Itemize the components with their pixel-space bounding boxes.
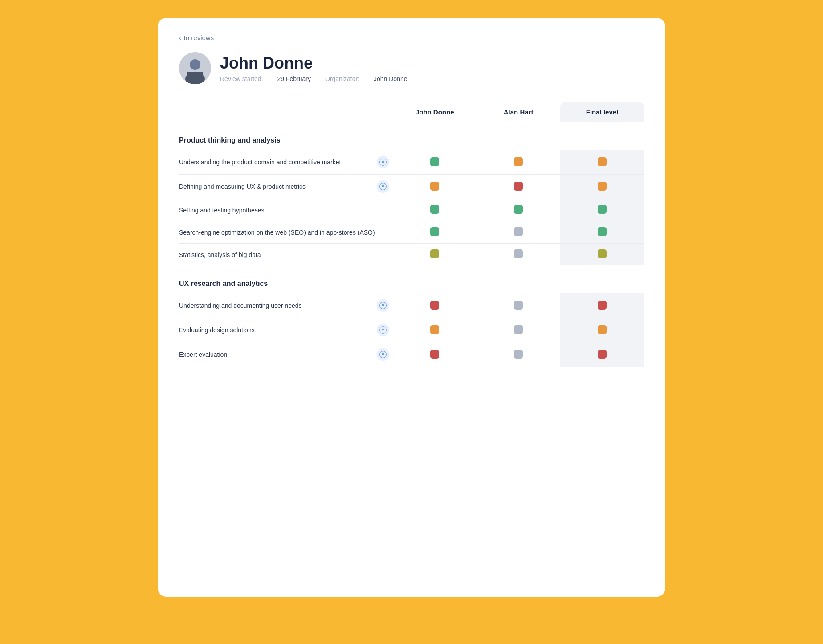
skill-name-cell: Statistics, analysis of big data bbox=[179, 244, 393, 266]
skill-name-text: Evaluating design solutions bbox=[179, 326, 372, 334]
alan-score-cell bbox=[477, 318, 560, 342]
review-table: John Donne Alan Hart Final level Product… bbox=[179, 102, 644, 367]
skill-column-header bbox=[179, 102, 393, 122]
alan-score-dot bbox=[514, 249, 523, 258]
table-row: Statistics, analysis of big data bbox=[179, 244, 644, 266]
skill-name-text: Expert evaluation bbox=[179, 351, 372, 358]
alan-column-header: Alan Hart bbox=[477, 102, 560, 122]
john-column-header: John Donne bbox=[393, 102, 477, 122]
skill-name-cell: Evaluating design solutions bbox=[179, 318, 393, 342]
table-row: Understanding and documenting user needs bbox=[179, 293, 644, 318]
final-score-cell bbox=[560, 342, 644, 367]
skill-name-text: Defining and measuring UX & product metr… bbox=[179, 183, 372, 190]
john-score-dot bbox=[430, 301, 439, 310]
skill-name-text: Search-engine optimization on the web (S… bbox=[179, 229, 389, 236]
skill-name-cell: Defining and measuring UX & product metr… bbox=[179, 175, 393, 199]
skill-name-cell: Understanding the product domain and com… bbox=[179, 150, 393, 175]
skill-name-text: Setting and testing hypotheses bbox=[179, 207, 389, 214]
john-score-dot bbox=[430, 205, 439, 214]
john-score-cell bbox=[393, 199, 477, 221]
skill-name-text: Statistics, analysis of big data bbox=[179, 251, 389, 258]
profile-name: John Donne bbox=[220, 54, 407, 73]
final-score-dot bbox=[598, 205, 607, 214]
final-score-cell bbox=[560, 150, 644, 175]
final-column-header: Final level bbox=[560, 102, 644, 122]
alan-score-cell bbox=[477, 150, 560, 175]
chevron-left-icon: ‹ bbox=[179, 34, 181, 41]
alan-score-cell bbox=[477, 199, 560, 221]
avatar bbox=[179, 52, 211, 84]
table-row: Understanding the product domain and com… bbox=[179, 150, 644, 175]
skill-name-text: Understanding the product domain and com… bbox=[179, 159, 372, 166]
final-score-dot bbox=[598, 249, 607, 258]
section-title-product: Product thinking and analysis bbox=[179, 122, 644, 150]
table-row: Expert evaluation bbox=[179, 342, 644, 367]
alan-score-dot bbox=[514, 301, 523, 310]
john-score-cell bbox=[393, 342, 477, 367]
final-score-cell bbox=[560, 293, 644, 318]
comment-icon[interactable] bbox=[377, 348, 389, 361]
table-header-row: John Donne Alan Hart Final level bbox=[179, 102, 644, 122]
john-score-cell bbox=[393, 221, 477, 244]
final-score-dot bbox=[598, 325, 607, 334]
alan-score-cell bbox=[477, 293, 560, 318]
svg-point-1 bbox=[190, 59, 200, 70]
comment-icon[interactable] bbox=[377, 299, 389, 312]
alan-score-cell bbox=[477, 244, 560, 266]
john-score-dot bbox=[430, 249, 439, 258]
final-score-cell bbox=[560, 199, 644, 221]
final-score-cell bbox=[560, 318, 644, 342]
skill-name-cell: Search-engine optimization on the web (S… bbox=[179, 221, 393, 244]
john-score-dot bbox=[430, 182, 439, 191]
comment-icon[interactable] bbox=[377, 156, 389, 168]
john-score-cell bbox=[393, 244, 477, 266]
alan-score-dot bbox=[514, 350, 523, 359]
organizator-label: Organizator: bbox=[325, 75, 359, 82]
skill-name-text: Understanding and documenting user needs bbox=[179, 302, 372, 309]
main-card: ‹ to reviews John Donne Review started: … bbox=[158, 18, 665, 597]
final-score-cell bbox=[560, 244, 644, 266]
final-score-dot bbox=[598, 301, 607, 310]
back-link[interactable]: ‹ to reviews bbox=[179, 34, 644, 41]
john-score-cell bbox=[393, 175, 477, 199]
comment-icon[interactable] bbox=[377, 180, 389, 193]
section-title-ux: UX research and analytics bbox=[179, 265, 644, 293]
alan-score-cell bbox=[477, 221, 560, 244]
comment-icon[interactable] bbox=[377, 324, 389, 336]
alan-score-dot bbox=[514, 205, 523, 214]
john-score-dot bbox=[430, 350, 439, 359]
alan-score-cell bbox=[477, 342, 560, 367]
john-score-cell bbox=[393, 293, 477, 318]
john-score-dot bbox=[430, 227, 439, 236]
alan-score-dot bbox=[514, 227, 523, 236]
john-score-cell bbox=[393, 318, 477, 342]
review-started-value: 29 February bbox=[277, 75, 310, 82]
alan-score-dot bbox=[514, 157, 523, 166]
profile-section: John Donne Review started: 29 February O… bbox=[179, 52, 644, 84]
alan-score-cell bbox=[477, 175, 560, 199]
profile-meta: Review started: 29 February Organizator:… bbox=[220, 75, 407, 82]
table-row: Search-engine optimization on the web (S… bbox=[179, 221, 644, 244]
john-score-cell bbox=[393, 150, 477, 175]
final-score-cell bbox=[560, 175, 644, 199]
organizator-value: John Donne bbox=[374, 75, 407, 82]
final-score-dot bbox=[598, 350, 607, 359]
back-label: to reviews bbox=[184, 34, 214, 41]
final-score-dot bbox=[598, 182, 607, 191]
final-score-cell bbox=[560, 221, 644, 244]
skill-name-cell: Setting and testing hypotheses bbox=[179, 199, 393, 221]
table-row: Defining and measuring UX & product metr… bbox=[179, 175, 644, 199]
final-score-dot bbox=[598, 227, 607, 236]
table-row: Evaluating design solutions bbox=[179, 318, 644, 342]
skill-name-cell: Understanding and documenting user needs bbox=[179, 293, 393, 318]
alan-score-dot bbox=[514, 325, 523, 334]
skill-name-cell: Expert evaluation bbox=[179, 342, 393, 367]
john-score-dot bbox=[430, 157, 439, 166]
alan-score-dot bbox=[514, 182, 523, 191]
profile-info: John Donne Review started: 29 February O… bbox=[220, 54, 407, 82]
review-started-label: Review started: bbox=[220, 75, 263, 82]
final-score-dot bbox=[598, 157, 607, 166]
svg-rect-3 bbox=[187, 72, 203, 84]
john-score-dot bbox=[430, 325, 439, 334]
table-row: Setting and testing hypotheses bbox=[179, 199, 644, 221]
